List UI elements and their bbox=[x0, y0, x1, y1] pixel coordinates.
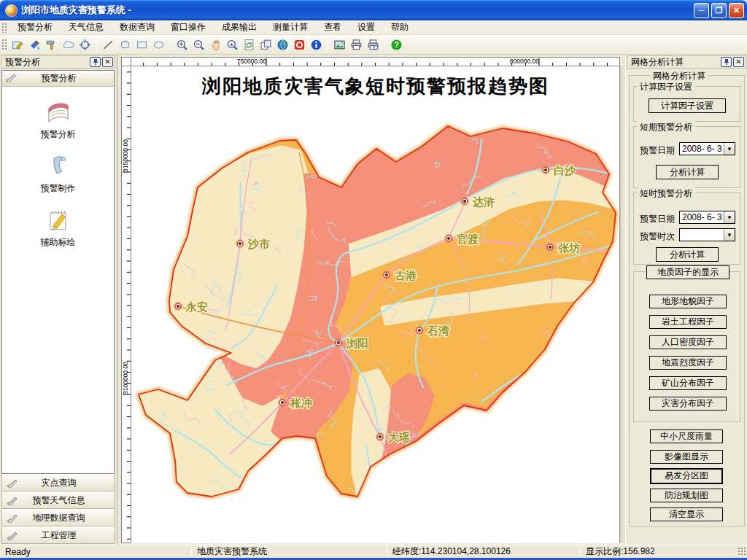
left-bottom-bar-2[interactable]: 预警天气信息 bbox=[1, 491, 115, 509]
map-canvas[interactable]: 白沙达浒官渡张坊沙市古港永安石湾浏阳枨冲大瑶浏阳地质灾害气象短时预警预报趋势图 bbox=[131, 66, 620, 543]
draw-ellipse-icon bbox=[152, 39, 165, 51]
left-panel-close-button[interactable]: ✕ bbox=[102, 57, 113, 67]
center-locate-icon bbox=[79, 39, 91, 51]
resize-grip-icon[interactable] bbox=[738, 547, 747, 556]
ruler-corner bbox=[121, 57, 131, 66]
nowcast-date-combobox[interactable]: 2008- 6- 3 ▼ bbox=[679, 211, 735, 224]
top-ruler: 750000.00800000.00 bbox=[131, 57, 620, 66]
display-button-5[interactable]: 清空显示 bbox=[650, 508, 723, 521]
toolbar-stop-button[interactable] bbox=[291, 36, 308, 53]
copy-layers-icon bbox=[260, 39, 272, 51]
toolbar-cloud-button[interactable] bbox=[60, 36, 77, 53]
left-tool-3[interactable]: 辅助标绘 bbox=[2, 207, 114, 249]
map-right-strip[interactable] bbox=[620, 66, 625, 543]
display-button-1[interactable]: 中小尺度雨量 bbox=[650, 429, 723, 443]
factor-button-2[interactable]: 地形地貌因子 bbox=[649, 295, 727, 308]
toolbar-symbol-fill-button[interactable] bbox=[26, 36, 43, 53]
left-tool-2[interactable]: 预警制作 bbox=[2, 153, 114, 195]
nowcast-group-label: 短时预警分析 bbox=[637, 187, 695, 200]
toolbar-hammer-button[interactable] bbox=[43, 36, 60, 53]
display-button-2[interactable]: 影像图显示 bbox=[650, 450, 723, 464]
chevron-down-icon[interactable]: ▼ bbox=[724, 229, 735, 241]
toolbar-print-button[interactable] bbox=[348, 36, 365, 53]
toolbar-copy-layers-button[interactable] bbox=[258, 36, 274, 53]
menu-grip-icon bbox=[1, 23, 7, 33]
hammer-icon bbox=[45, 39, 58, 51]
toolbar-separator bbox=[328, 37, 328, 52]
left-bottom-bar-1[interactable]: 灾点查询 bbox=[1, 474, 115, 491]
restore-button[interactable]: ❐ bbox=[711, 3, 727, 18]
display-button-3[interactable]: 易发分区图 bbox=[650, 468, 723, 484]
left-panel-pin-button[interactable] bbox=[90, 57, 101, 67]
toolbar-draw-rectangle-button[interactable] bbox=[133, 36, 150, 53]
menu-item-9[interactable]: 帮助 bbox=[383, 20, 417, 35]
status-system-name: 地质灾害预警系统 bbox=[192, 545, 387, 558]
factor-button-1[interactable]: 地质因子的显示 bbox=[646, 265, 729, 279]
menu-item-3[interactable]: 数据查询 bbox=[112, 20, 163, 35]
toolbar-image-view-button[interactable] bbox=[331, 36, 348, 53]
short-term-group: 短期预警分析 预警日期 2008- 6- 3 ▼ 分析计算 bbox=[633, 126, 740, 188]
nowcast-analyze-button[interactable]: 分析计算 bbox=[656, 247, 719, 262]
short-term-group-label: 短期预警分析 bbox=[637, 121, 695, 133]
toolbar-map-edit-button[interactable] bbox=[9, 36, 26, 53]
risk-regions bbox=[139, 126, 619, 497]
menu-item-4[interactable]: 窗口操作 bbox=[163, 20, 214, 35]
menu-item-2[interactable]: 天气信息 bbox=[61, 20, 112, 35]
factor-button-7[interactable]: 灾害分布因子 bbox=[649, 397, 727, 411]
right-panel-close-button[interactable]: ✕ bbox=[733, 57, 744, 67]
factor-button-4[interactable]: 人口密度因子 bbox=[649, 335, 727, 349]
chevron-down-icon[interactable]: ▼ bbox=[724, 211, 735, 223]
toolbar-zoom-in-button[interactable] bbox=[174, 36, 190, 53]
menu-item-6[interactable]: 测量计算 bbox=[265, 20, 316, 35]
map-title: 浏阳地质灾害气象短时预警预报趋势图 bbox=[201, 75, 549, 97]
left-bottom-bar-4[interactable]: 工程管理 bbox=[1, 526, 115, 544]
short-term-date-combobox[interactable]: 2008- 6- 3 ▼ bbox=[679, 142, 735, 155]
short-term-analyze-button[interactable]: 分析计算 bbox=[656, 165, 719, 179]
toolbar-zoom-window-button[interactable]: ± bbox=[224, 36, 241, 53]
factor-setting-button[interactable]: 计算因子设置 bbox=[649, 98, 726, 113]
factor-setting-group-label: 计算因子设置 bbox=[637, 81, 695, 93]
town-label: 古港 bbox=[394, 269, 417, 281]
minimize-button[interactable]: ─ bbox=[694, 3, 709, 18]
right-panel-pin-button[interactable] bbox=[721, 57, 732, 67]
menu-item-8[interactable]: 设置 bbox=[349, 20, 383, 35]
menu-item-5[interactable]: 成果输出 bbox=[214, 20, 265, 35]
left-panel-section-header[interactable]: 预警分析 bbox=[2, 71, 114, 87]
nowcast-date-label: 预警日期 bbox=[640, 213, 675, 225]
print-icon bbox=[350, 39, 363, 51]
left-bottom-bar-label: 工程管理 bbox=[18, 529, 99, 542]
left-tool-label: 预警制作 bbox=[41, 183, 76, 193]
toolbar-help-button[interactable]: ? bbox=[388, 36, 405, 53]
toolbar-center-locate-button[interactable] bbox=[77, 36, 93, 53]
toolbar-draw-line-button[interactable] bbox=[100, 36, 117, 53]
toolbar-refresh-map-button[interactable] bbox=[241, 36, 258, 53]
toolbar-info-button[interactable] bbox=[308, 36, 325, 53]
menu-item-7[interactable]: 查看 bbox=[316, 20, 349, 35]
chevron-down-icon[interactable]: ▼ bbox=[724, 143, 735, 155]
grid-analysis-groupbox: 网格分析计算 计算因子设置 计算因子设置 短期预警分析 预警日期 2008- 6… bbox=[629, 75, 745, 526]
toolbar-draw-polygon-button[interactable] bbox=[117, 36, 133, 53]
menu-item-1[interactable]: 预警分析 bbox=[9, 20, 61, 35]
left-bottom-bar-label: 灾点查询 bbox=[18, 477, 99, 489]
title-bar: 浏阳市地质灾害预警系统 - ─ ❐ ✕ bbox=[0, 0, 747, 20]
left-bottom-bar-3[interactable]: 地理数据查询 bbox=[1, 509, 115, 526]
toolbar-draw-ellipse-button[interactable] bbox=[150, 36, 167, 53]
zoom-out-icon bbox=[193, 39, 205, 51]
factor-button-3[interactable]: 岩土工程因子 bbox=[649, 315, 727, 329]
toolbar-globe-button[interactable] bbox=[274, 36, 291, 53]
display-button-4[interactable]: 防治规划图 bbox=[650, 489, 723, 502]
factor-button-6[interactable]: 矿山分布因子 bbox=[649, 376, 727, 390]
map-edit-icon bbox=[12, 39, 24, 51]
svg-text:?: ? bbox=[394, 40, 398, 49]
symbol-fill-icon bbox=[28, 39, 41, 51]
toolbar-pan-button[interactable] bbox=[207, 36, 224, 53]
draw-polygon-icon bbox=[119, 39, 131, 51]
close-button[interactable]: ✕ bbox=[729, 3, 744, 18]
nowcast-time-combobox[interactable]: ▼ bbox=[679, 228, 735, 241]
short-term-date-label: 预警日期 bbox=[640, 144, 675, 157]
grid-analysis-panel: 网格分析计算 ✕ 网格分析计算 计算因子设置 计算因子设置 短期预警分析 预警日… bbox=[625, 55, 747, 545]
factor-button-5[interactable]: 地震烈度因子 bbox=[649, 356, 727, 370]
toolbar-print-preview-button[interactable] bbox=[365, 36, 382, 53]
toolbar-zoom-out-button[interactable] bbox=[190, 36, 207, 53]
left-tool-1[interactable]: 预警分析 bbox=[2, 99, 114, 141]
